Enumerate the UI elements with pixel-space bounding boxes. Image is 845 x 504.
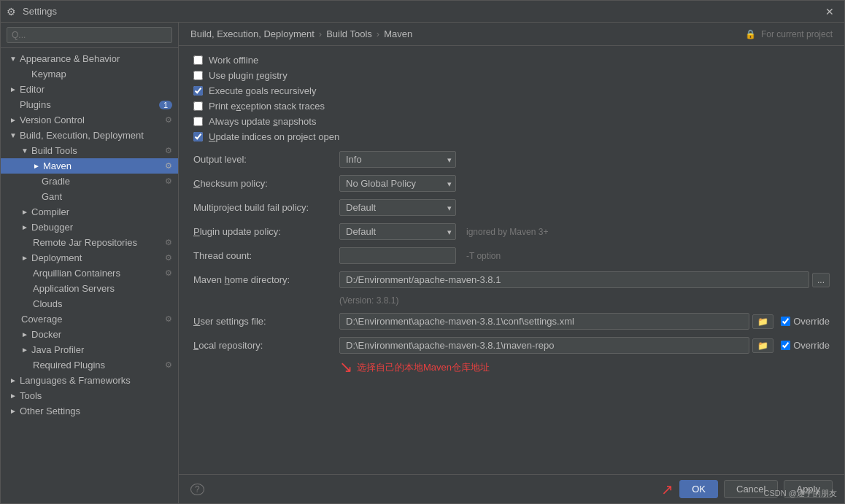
- local-repo-input[interactable]: [339, 337, 749, 354]
- use-plugin-registry-label: Use plugin registry: [209, 70, 288, 81]
- breadcrumb: Build, Execution, Deployment › Build Too…: [179, 23, 844, 46]
- print-exception-checkbox[interactable]: [193, 101, 203, 111]
- local-repo-override: Override: [781, 340, 830, 351]
- sidebar-item-plugins[interactable]: Plugins 1: [1, 97, 178, 112]
- checksum-policy-control: No Global Policy Warn Fail Ignore: [339, 175, 456, 192]
- window-icon: ⚙: [7, 6, 18, 18]
- execute-goals-checkbox[interactable]: [193, 86, 203, 96]
- sidebar-item-label: Build, Execution, Deployment: [20, 130, 144, 141]
- close-button[interactable]: ✕: [821, 4, 838, 19]
- use-plugin-registry-checkbox[interactable]: [193, 71, 203, 80]
- sidebar-item-label: Tools: [20, 390, 42, 401]
- checksum-select-wrapper: No Global Policy Warn Fail Ignore: [339, 175, 456, 192]
- user-settings-row: User settings file: 📁 Override: [193, 313, 830, 330]
- sidebar-item-maven[interactable]: ► Maven ⚙: [1, 158, 178, 174]
- sidebar-item-keymap[interactable]: Keymap: [1, 66, 178, 82]
- sidebar-item-arquillian[interactable]: Arquillian Containers ⚙: [1, 265, 178, 281]
- arrow-icon: ►: [9, 376, 17, 384]
- checksum-policy-label: Checksum policy:: [193, 178, 339, 189]
- coverage-icon: ⚙: [165, 314, 172, 324]
- multiproject-select-wrapper: Default Always Never At End: [339, 199, 456, 216]
- multiproject-select[interactable]: Default Always Never At End: [339, 199, 456, 216]
- cancel-button[interactable]: Cancel: [724, 480, 778, 498]
- execute-goals-label: Execute goals recursively: [209, 85, 316, 96]
- sidebar-item-label: Coverage: [21, 314, 62, 325]
- sidebar-item-docker[interactable]: ► Docker: [1, 327, 178, 342]
- local-repo-row: Local repository: 📁 Override: [193, 337, 830, 354]
- checkbox-always-update: Always update snapshots: [193, 116, 830, 127]
- breadcrumb-sep1: ›: [319, 28, 322, 39]
- sidebar-item-remote-jar[interactable]: Remote Jar Repositories ⚙: [1, 235, 178, 250]
- output-level-label: Output level:: [193, 154, 339, 165]
- sidebar-item-deployment[interactable]: ► Deployment ⚙: [1, 250, 178, 265]
- plugin-update-control: Default Always Never ignored by Maven 3+: [339, 223, 548, 240]
- sidebar-item-gant[interactable]: Gant: [1, 189, 178, 204]
- user-settings-browse-button[interactable]: 📁: [752, 314, 773, 329]
- sidebar-item-editor[interactable]: ► Editor: [1, 82, 178, 97]
- arrow-icon: ►: [33, 162, 40, 170]
- user-settings-input-wrapper: 📁 Override: [339, 313, 830, 330]
- sidebar-item-languages[interactable]: ► Languages & Frameworks: [1, 373, 178, 388]
- for-project-label: 🔒 For current project: [745, 29, 833, 39]
- sidebar-item-gradle[interactable]: Gradle ⚙: [1, 174, 178, 189]
- maven-home-browse-button[interactable]: ...: [812, 273, 830, 287]
- sidebar-item-compiler[interactable]: ► Compiler: [1, 204, 178, 220]
- sidebar-item-appearance[interactable]: ▼ Appearance & Behavior: [1, 51, 178, 66]
- sidebar-item-label: Keymap: [31, 69, 66, 80]
- thread-count-input[interactable]: [339, 247, 456, 264]
- sidebar-item-build-tools[interactable]: ▼ Build Tools ⚙: [1, 143, 178, 158]
- sidebar-item-java-profiler[interactable]: ► Java Profiler: [1, 342, 178, 357]
- sidebar-item-version-control[interactable]: ► Version Control ⚙: [1, 112, 178, 128]
- always-update-checkbox[interactable]: [193, 117, 203, 126]
- sidebar-item-label: Gradle: [42, 176, 70, 187]
- sidebar-item-coverage[interactable]: Coverage ⚙: [1, 311, 178, 327]
- breadcrumb-sep2: ›: [377, 28, 379, 39]
- checksum-policy-select[interactable]: No Global Policy Warn Fail Ignore: [339, 175, 456, 192]
- user-settings-override-checkbox[interactable]: [781, 317, 790, 326]
- sidebar-item-app-servers[interactable]: Application Servers: [1, 281, 178, 296]
- arrow-icon: ▼: [21, 147, 28, 155]
- apply-button[interactable]: Apply: [784, 480, 833, 498]
- sidebar-item-tools[interactable]: ► Tools: [1, 388, 178, 403]
- plugin-update-select[interactable]: Default Always Never: [339, 223, 456, 240]
- maven-home-input-wrapper: ...: [339, 271, 830, 288]
- output-level-select-wrapper: Info Debug Warn Error: [339, 151, 456, 168]
- sidebar-item-other-settings[interactable]: ► Other Settings: [1, 403, 178, 419]
- work-offline-checkbox[interactable]: [193, 55, 203, 65]
- sidebar-item-label: Languages & Frameworks: [20, 375, 131, 386]
- sidebar-item-label: Arquillian Containers: [33, 268, 120, 279]
- output-level-select[interactable]: Info Debug Warn Error: [339, 151, 456, 168]
- user-settings-label: User settings file:: [193, 316, 339, 327]
- search-box[interactable]: [1, 23, 178, 48]
- local-repo-label: Local repository:: [193, 340, 339, 351]
- local-repo-browse-button[interactable]: 📁: [752, 338, 773, 353]
- remote-jar-icon: ⚙: [165, 238, 172, 247]
- local-repo-override-label: Override: [793, 340, 830, 351]
- maven-home-input[interactable]: [339, 271, 809, 288]
- sidebar-item-label: Build Tools: [31, 145, 77, 156]
- search-input[interactable]: [7, 27, 172, 43]
- arrow-icon: ►: [9, 85, 17, 93]
- maven-version-line: (Version: 3.8.1): [339, 295, 830, 306]
- sidebar-item-label: Appearance & Behavior: [20, 53, 120, 64]
- print-exception-label: Print exception stack traces: [209, 101, 325, 112]
- sidebar-item-required-plugins[interactable]: Required Plugins ⚙: [1, 357, 178, 373]
- gradle-icon: ⚙: [165, 177, 172, 186]
- update-indices-checkbox[interactable]: [193, 132, 203, 141]
- arrow-icon: ►: [21, 208, 28, 216]
- sidebar-item-debugger[interactable]: ► Debugger: [1, 220, 178, 235]
- plugin-update-hint: ignored by Maven 3+: [466, 227, 548, 237]
- sidebar-item-clouds[interactable]: Clouds: [1, 296, 178, 311]
- checkbox-execute-goals: Execute goals recursively: [193, 85, 830, 96]
- plugin-update-label: Plugin update policy:: [193, 226, 339, 237]
- sidebar-item-label: Application Servers: [33, 283, 115, 294]
- sidebar-item-build-exec[interactable]: ▼ Build, Execution, Deployment: [1, 128, 178, 143]
- local-repo-override-checkbox[interactable]: [781, 341, 790, 350]
- user-settings-input[interactable]: [339, 313, 749, 330]
- local-repo-input-wrapper: 📁 Override: [339, 337, 830, 354]
- checkbox-use-plugin-registry: Use plugin registry: [193, 70, 830, 81]
- thread-count-label: Thread count:: [193, 250, 339, 261]
- help-button[interactable]: ?: [190, 484, 204, 495]
- ok-button[interactable]: OK: [679, 480, 718, 498]
- arquillian-icon: ⚙: [165, 268, 172, 278]
